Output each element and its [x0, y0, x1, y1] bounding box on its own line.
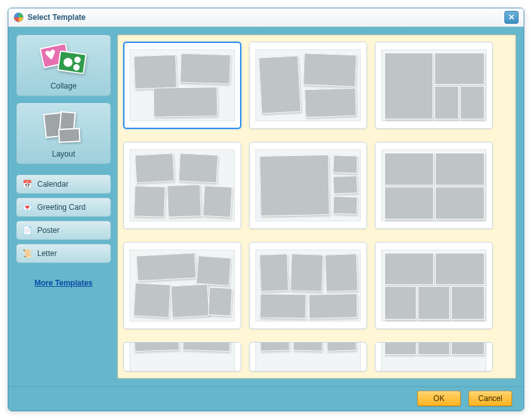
category-label: Layout [21, 150, 107, 158]
template-item[interactable] [249, 42, 367, 129]
category-label: Calendar [37, 180, 69, 189]
template-thumb [130, 250, 235, 321]
template-gallery-scroll[interactable] [122, 39, 515, 374]
template-thumb [381, 150, 486, 221]
category-label: Greeting Card [37, 203, 85, 212]
template-thumb [381, 342, 486, 372]
template-thumb [381, 49, 486, 121]
letter-icon: 📜 [22, 248, 32, 259]
category-layout[interactable]: Layout [16, 103, 111, 164]
ok-button[interactable]: OK [417, 391, 461, 406]
category-collage[interactable]: Collage [16, 35, 111, 96]
template-grid [122, 39, 514, 374]
template-thumb [130, 150, 235, 221]
category-label: Poster [37, 226, 60, 235]
template-item[interactable] [375, 42, 493, 129]
template-gallery-panel [117, 35, 516, 379]
dialog-body: Collage Layout 📅 Calendar [8, 27, 524, 386]
svg-rect-8 [58, 128, 80, 142]
category-label: Letter [37, 249, 57, 258]
template-item[interactable] [123, 142, 241, 229]
template-thumb [255, 150, 361, 221]
close-button[interactable]: ✕ [504, 11, 519, 24]
poster-icon: 📄 [22, 225, 32, 235]
titlebar: Select Template ✕ [8, 8, 524, 27]
template-item[interactable] [123, 42, 241, 129]
window-title: Select Template [28, 13, 85, 22]
card-icon: 💌 [22, 202, 32, 212]
template-item[interactable] [375, 142, 493, 229]
layout-icon [21, 110, 107, 146]
category-label: Collage [21, 81, 107, 90]
template-item[interactable] [249, 342, 367, 372]
template-thumb [381, 250, 486, 321]
dialog-footer: OK Cancel [8, 386, 524, 411]
select-template-dialog: Select Template ✕ [8, 8, 524, 411]
template-item[interactable] [375, 342, 493, 372]
category-poster[interactable]: 📄 Poster [16, 221, 111, 240]
template-item[interactable] [123, 242, 241, 329]
template-thumb [130, 49, 235, 121]
cancel-button[interactable]: Cancel [468, 391, 512, 406]
sidebar: Collage Layout 📅 Calendar [16, 35, 111, 379]
close-icon: ✕ [508, 13, 515, 22]
svg-rect-7 [60, 112, 75, 131]
template-item[interactable] [249, 242, 367, 329]
template-thumb [130, 342, 235, 372]
app-icon [13, 12, 24, 22]
template-thumb [255, 49, 361, 121]
template-item[interactable] [123, 342, 241, 372]
category-calendar[interactable]: 📅 Calendar [16, 175, 111, 194]
template-item[interactable] [249, 142, 367, 229]
small-categories: 📅 Calendar 💌 Greeting Card 📄 Poster 📜 Le… [16, 175, 111, 263]
template-thumb [255, 342, 361, 372]
template-item[interactable] [375, 242, 493, 329]
category-greeting-card[interactable]: 💌 Greeting Card [16, 198, 111, 217]
template-thumb [255, 250, 361, 321]
category-letter[interactable]: 📜 Letter [16, 244, 111, 263]
calendar-icon: 📅 [22, 179, 32, 189]
collage-icon [21, 42, 107, 78]
more-templates-link[interactable]: More Templates [16, 278, 111, 287]
